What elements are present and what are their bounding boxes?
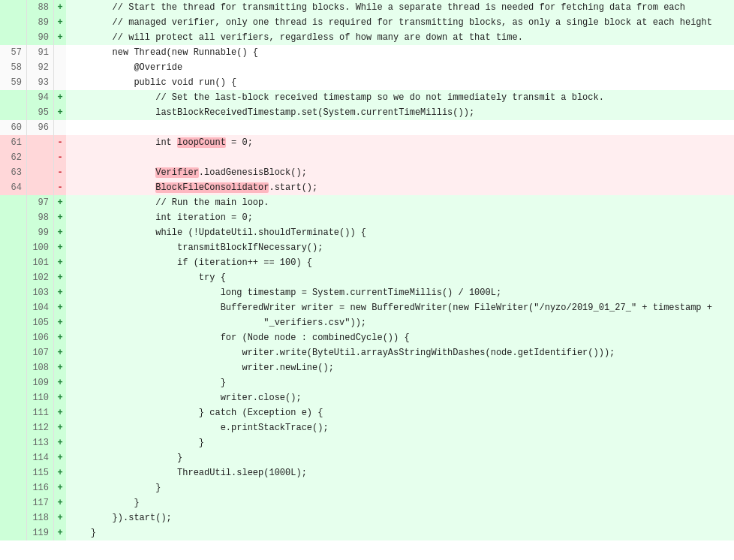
new-line-number (27, 135, 54, 150)
old-line-number (0, 300, 27, 315)
line-code: int iteration = 0; (66, 210, 734, 225)
diff-line: 106+ for (Node node : combinedCycle()) { (0, 330, 734, 345)
old-line-number (0, 420, 27, 435)
code-diff-view: 88+ // Start the thread for transmitting… (0, 0, 734, 560)
diff-sign: + (54, 300, 66, 315)
diff-line: 99+ while (!UpdateUtil.shouldTerminate()… (0, 225, 734, 240)
diff-line: 5993 public void run() { (0, 75, 734, 90)
old-line-number: 59 (0, 75, 27, 90)
old-line-number (0, 0, 27, 15)
old-line-number: 57 (0, 45, 27, 60)
diff-sign: + (54, 405, 66, 420)
new-line-number: 101 (27, 255, 54, 270)
line-code: // Run the main loop. (66, 195, 734, 210)
old-line-number: 64 (0, 180, 27, 195)
line-code: } (66, 435, 734, 450)
diff-line: 90+ // will protect all verifiers, regar… (0, 30, 734, 45)
old-line-number (0, 480, 27, 495)
diff-sign: + (54, 255, 66, 270)
old-line-number (0, 210, 27, 225)
diff-sign (54, 45, 66, 60)
diff-sign: + (54, 465, 66, 480)
new-line-number: 88 (27, 0, 54, 15)
line-code: e.printStackTrace(); (66, 420, 734, 435)
old-line-number: 58 (0, 60, 27, 75)
old-line-number (0, 225, 27, 240)
diff-line: 5892 @Override (0, 60, 734, 75)
new-line-number: 93 (27, 75, 54, 90)
diff-sign (54, 120, 66, 135)
diff-sign: + (54, 435, 66, 450)
diff-line: 5791 new Thread(new Runnable() { (0, 45, 734, 60)
diff-sign: + (54, 0, 66, 15)
diff-line: 88+ // Start the thread for transmitting… (0, 0, 734, 15)
line-code: }).start(); (66, 510, 734, 525)
line-code: } (66, 375, 734, 390)
line-code: BufferedWriter writer = new BufferedWrit… (66, 300, 734, 315)
old-line-number (0, 15, 27, 30)
old-line-number (0, 375, 27, 390)
diff-line: 102+ try { (0, 270, 734, 285)
diff-line: 6096 (0, 120, 734, 135)
diff-line: 119+ } (0, 525, 734, 540)
line-code: ThreadUtil.sleep(1000L); (66, 465, 734, 480)
diff-sign: - (54, 135, 66, 150)
diff-line: 98+ int iteration = 0; (0, 210, 734, 225)
diff-line: 107+ writer.write(ByteUtil.arrayAsString… (0, 345, 734, 360)
line-code: writer.newLine(); (66, 360, 734, 375)
line-code: } (66, 480, 734, 495)
diff-sign: - (54, 180, 66, 195)
new-line-number: 119 (27, 525, 54, 540)
new-line-number (27, 165, 54, 180)
line-code: lastBlockReceivedTimestamp.set(System.cu… (66, 105, 734, 120)
diff-sign: + (54, 345, 66, 360)
new-line-number: 110 (27, 390, 54, 405)
line-code (66, 150, 734, 165)
old-line-number (0, 510, 27, 525)
new-line-number: 116 (27, 480, 54, 495)
diff-sign: + (54, 270, 66, 285)
new-line-number: 108 (27, 360, 54, 375)
old-line-number (0, 345, 27, 360)
diff-line: 118+ }).start(); (0, 510, 734, 525)
line-code: writer.write(ByteUtil.arrayAsStringWithD… (66, 345, 734, 360)
diff-line: 115+ ThreadUtil.sleep(1000L); (0, 465, 734, 480)
diff-line: 113+ } (0, 435, 734, 450)
line-code: for (Node node : combinedCycle()) { (66, 330, 734, 345)
new-line-number: 109 (27, 375, 54, 390)
diff-sign: + (54, 285, 66, 300)
diff-line: 114+ } (0, 450, 734, 465)
diff-sign: + (54, 240, 66, 255)
old-line-number: 61 (0, 135, 27, 150)
line-code: transmitBlockIfNecessary(); (66, 240, 734, 255)
line-code: } (66, 450, 734, 465)
diff-line: 89+ // managed verifier, only one thread… (0, 15, 734, 30)
new-line-number: 114 (27, 450, 54, 465)
line-code: while (!UpdateUtil.shouldTerminate()) { (66, 225, 734, 240)
diff-sign: + (54, 225, 66, 240)
diff-sign: + (54, 105, 66, 120)
diff-sign: + (54, 480, 66, 495)
diff-line: 63- Verifier.loadGenesisBlock(); (0, 165, 734, 180)
diff-line: 105+ "_verifiers.csv")); (0, 315, 734, 330)
new-line-number: 103 (27, 285, 54, 300)
line-code: // Set the last-block received timestamp… (66, 90, 734, 105)
old-line-number (0, 360, 27, 375)
new-line-number: 96 (27, 120, 54, 135)
old-line-number (0, 525, 27, 540)
old-line-number: 63 (0, 165, 27, 180)
new-line-number: 100 (27, 240, 54, 255)
diff-line: 104+ BufferedWriter writer = new Buffere… (0, 300, 734, 315)
diff-line: 103+ long timestamp = System.currentTime… (0, 285, 734, 300)
diff-sign: + (54, 510, 66, 525)
line-code: } (66, 525, 734, 540)
old-line-number: 60 (0, 120, 27, 135)
new-line-number: 107 (27, 345, 54, 360)
diff-line: 101+ if (iteration++ == 100) { (0, 255, 734, 270)
diff-line: 94+ // Set the last-block received times… (0, 90, 734, 105)
diff-line: 61- int loopCount = 0; (0, 135, 734, 150)
new-line-number: 118 (27, 510, 54, 525)
old-line-number: 62 (0, 150, 27, 165)
diff-line: 97+ // Run the main loop. (0, 195, 734, 210)
line-code: BlockFileConsolidator.start(); (66, 180, 734, 195)
